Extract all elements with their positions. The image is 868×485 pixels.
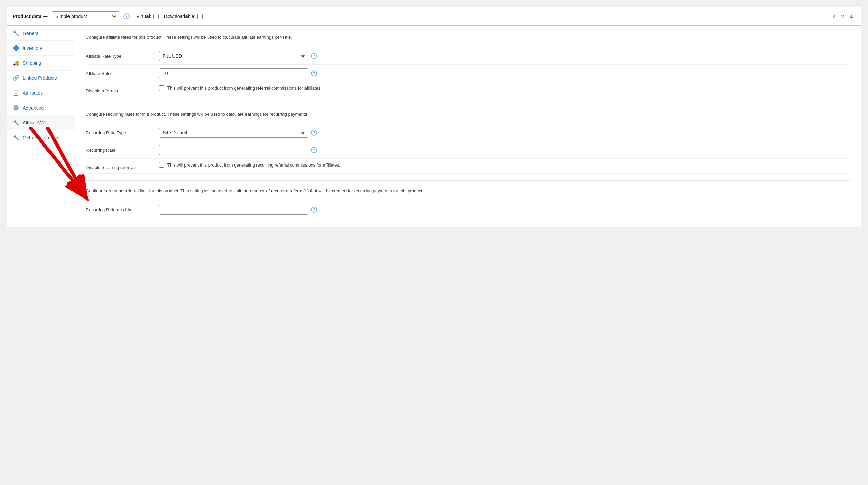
sidebar: 🔧 General 🔷 Inventory 🚚 Shipping 🔗 Linke… xyxy=(7,26,75,227)
disable-recurring-referrals-checkbox[interactable] xyxy=(159,162,164,168)
affiliate-rate-type-field: Flat USD Percentage Site Default ? xyxy=(159,51,850,61)
disable-referrals-field: This will prevent this product from gene… xyxy=(159,85,850,91)
recurring-rate-type-help-icon[interactable]: ? xyxy=(311,130,317,136)
sidebar-item-attributes[interactable]: 📋 Attributes xyxy=(7,85,75,100)
recurring-rate-type-select[interactable]: Site Default Flat USD Percentage xyxy=(159,128,308,138)
collapse-button[interactable]: ▲ xyxy=(847,12,855,21)
recurring-referrals-limit-field: ? xyxy=(159,205,850,215)
recurring-rate-help-icon[interactable]: ? xyxy=(311,147,317,153)
shipping-icon: 🚚 xyxy=(13,60,19,66)
sidebar-item-inventory[interactable]: 🔷 Inventory xyxy=(7,41,75,56)
main-content: Configure affiliate rates for this produ… xyxy=(75,26,861,227)
linked-products-icon: 🔗 xyxy=(13,75,19,81)
virtual-checkbox[interactable] xyxy=(153,14,159,19)
recurring-rate-type-label: Recurring Rate Type xyxy=(86,128,154,135)
downloadable-label: Downloadable: xyxy=(164,14,196,19)
recurring-rate-label: Recurring Rate xyxy=(86,145,154,153)
sidebar-item-general-label: General xyxy=(23,31,40,36)
sidebar-item-advanced-label: Advanced xyxy=(23,105,44,111)
general-icon: 🔧 xyxy=(13,30,19,36)
get-more-options-icon: 🔧 xyxy=(13,134,19,141)
sidebar-item-linked-products-label: Linked Products xyxy=(23,75,57,81)
panel-controls: ∧ ∨ ▲ xyxy=(831,12,855,21)
disable-referrals-row: Disable referrals This will prevent this… xyxy=(86,82,850,97)
product-type-wrapper[interactable]: Simple product Variable product Grouped … xyxy=(52,11,119,21)
section-divider-2 xyxy=(86,180,850,181)
affiliate-rate-field: ? xyxy=(159,68,850,78)
sidebar-item-get-more-options[interactable]: 🔧 Get more options xyxy=(7,130,75,145)
disable-recurring-referrals-row: Disable recurring referrals This will pr… xyxy=(86,159,850,174)
affiliate-rate-type-row: Affiliate Rate Type Flat USD Percentage … xyxy=(86,47,850,65)
disable-referrals-checkbox[interactable] xyxy=(159,85,164,91)
recurring-rate-row: Recurring Rate ? xyxy=(86,141,850,159)
sidebar-item-shipping[interactable]: 🚚 Shipping xyxy=(7,56,75,71)
affiliate-rate-type-help-icon[interactable]: ? xyxy=(311,53,317,59)
product-type-help-icon[interactable]: ? xyxy=(123,13,130,19)
virtual-checkbox-group: Virtual: xyxy=(136,14,158,19)
sidebar-item-affiliatewp-label: AffiliateWP xyxy=(23,120,46,125)
affiliate-rate-row: Affiliate Rate ? xyxy=(86,65,850,82)
panel-title: Product data — xyxy=(13,14,47,19)
panel-body: 🔧 General 🔷 Inventory 🚚 Shipping 🔗 Linke… xyxy=(7,26,861,227)
affiliate-rate-label: Affiliate Rate xyxy=(86,68,154,76)
disable-referrals-checkbox-row: This will prevent this product from gene… xyxy=(159,85,322,91)
product-type-select[interactable]: Simple product Variable product Grouped … xyxy=(52,11,119,21)
sidebar-item-inventory-label: Inventory xyxy=(23,45,42,51)
sidebar-item-linked-products[interactable]: 🔗 Linked Products xyxy=(7,71,75,85)
sidebar-item-get-more-options-label: Get more options xyxy=(23,135,59,140)
sidebar-item-advanced[interactable]: ⚙️ Advanced xyxy=(7,100,75,115)
disable-referrals-text: This will prevent this product from gene… xyxy=(167,85,322,91)
affiliate-rate-input[interactable] xyxy=(159,68,308,78)
virtual-downloadable-group: Virtual: Downloadable: xyxy=(136,14,203,19)
recurring-rate-type-select-wrapper[interactable]: Site Default Flat USD Percentage xyxy=(159,128,308,138)
product-data-panel: Product data — Simple product Variable p… xyxy=(7,7,861,227)
affiliate-rate-type-label: Affiliate Rate Type xyxy=(86,51,154,59)
recurring-rate-input[interactable] xyxy=(159,145,308,155)
disable-recurring-referrals-text: This will prevent this product from gene… xyxy=(167,162,340,168)
affiliate-rate-type-select-wrapper[interactable]: Flat USD Percentage Site Default xyxy=(159,51,308,61)
disable-recurring-referrals-checkbox-row: This will prevent this product from gene… xyxy=(159,162,340,168)
disable-recurring-referrals-field: This will prevent this product from gene… xyxy=(159,162,850,168)
disable-referrals-label: Disable referrals xyxy=(86,85,154,93)
recurring-referrals-limit-help-icon[interactable]: ? xyxy=(311,207,317,213)
recurring-referrals-limit-label: Recurring Referrals Limit xyxy=(86,205,154,212)
section-divider-1 xyxy=(86,104,850,104)
affiliate-rate-type-select[interactable]: Flat USD Percentage Site Default xyxy=(159,51,308,61)
recurring-referrals-limit-row: Recurring Referrals Limit ? xyxy=(86,201,850,218)
advanced-icon: ⚙️ xyxy=(13,104,19,111)
recurring-referrals-limit-input[interactable] xyxy=(159,205,308,215)
recurring-rate-field: ? xyxy=(159,145,850,155)
downloadable-checkbox-group: Downloadable: xyxy=(164,14,203,19)
collapse-down-button[interactable]: ∨ xyxy=(839,12,846,21)
inventory-icon: 🔷 xyxy=(13,45,19,51)
downloadable-checkbox[interactable] xyxy=(197,14,203,19)
recurring-rate-type-row: Recurring Rate Type Site Default Flat US… xyxy=(86,124,850,141)
recurring-rate-type-field: Site Default Flat USD Percentage ? xyxy=(159,128,850,138)
sidebar-item-attributes-label: Attributes xyxy=(23,90,43,96)
referral-limit-section-description: Configure recurring referral limit for t… xyxy=(86,188,850,194)
recurring-section-description: Configure recurring rates for this produ… xyxy=(86,111,850,118)
disable-recurring-referrals-label: Disable recurring referrals xyxy=(86,162,154,170)
affiliatewp-icon: 🔧 xyxy=(13,119,19,126)
affiliate-section-description: Configure affiliate rates for this produ… xyxy=(86,34,850,41)
attributes-icon: 📋 xyxy=(13,90,19,96)
virtual-label: Virtual: xyxy=(136,14,151,19)
sidebar-item-affiliatewp[interactable]: 🔧 AffiliateWP xyxy=(7,115,75,130)
sidebar-item-shipping-label: Shipping xyxy=(23,60,41,66)
collapse-up-button[interactable]: ∧ xyxy=(831,12,838,21)
panel-header: Product data — Simple product Variable p… xyxy=(7,7,861,26)
sidebar-item-general[interactable]: 🔧 General xyxy=(7,26,75,41)
affiliate-rate-help-icon[interactable]: ? xyxy=(311,70,317,76)
